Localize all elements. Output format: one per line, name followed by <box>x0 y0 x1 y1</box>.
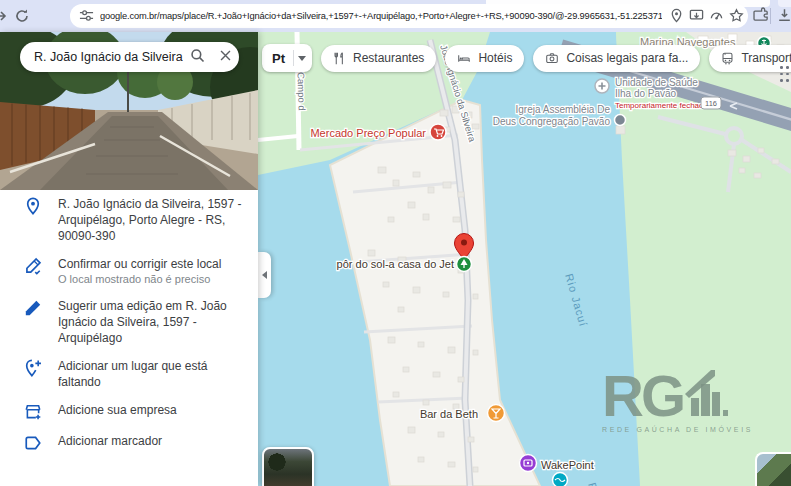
hotel-icon <box>457 52 471 65</box>
label-por-do-sol[interactable]: pôr do sol-a casa do Jet <box>337 258 454 270</box>
edit-location-icon <box>22 256 44 275</box>
bookmark-star-icon[interactable] <box>729 8 744 23</box>
restaurant-icon <box>333 52 346 65</box>
rg-watermark-text: RG <box>602 370 683 422</box>
category-label: Coisas legais para fa... <box>566 51 688 65</box>
detail-row-address[interactable]: R. João Ignácio da Silveira, 1597 - Arqu… <box>0 190 258 250</box>
label-igreja-2[interactable]: Deus Congregação Pavão <box>493 116 611 127</box>
search-box[interactable]: R. João Ignácio da Silveira, 1597 - Arq <box>20 42 239 72</box>
por-do-sol-poi-icon[interactable] <box>457 257 472 272</box>
browser-window: google.com.br/maps/place/R.+João+Ignácio… <box>0 0 791 486</box>
close-icon <box>219 49 232 62</box>
search-input[interactable]: R. João Ignácio da Silveira, 1597 - Arq <box>34 50 183 64</box>
mercado-poi-icon[interactable] <box>430 124 446 140</box>
swim-poi-icon[interactable] <box>553 473 568 486</box>
clear-search-button[interactable] <box>211 48 239 66</box>
refresh-icon[interactable] <box>14 8 30 24</box>
detail-row-add-business[interactable]: Adicione sua empresa <box>0 396 258 427</box>
detail-row-add-label[interactable]: Adicionar marcador <box>0 427 258 458</box>
layers-button-label: Pt <box>268 51 289 66</box>
map-toolbar: Pt Restaurantes Hotéis Coisas legais par… <box>262 44 791 72</box>
category-label: Restaurantes <box>353 51 424 65</box>
browser-chrome: google.com.br/maps/place/R.+João+Ignácio… <box>0 0 791 32</box>
label-wakepoint[interactable]: WakePoint <box>541 459 594 471</box>
category-things-to-do[interactable]: Coisas legais para fa... <box>533 45 700 72</box>
road-shield-116: 116 <box>701 97 721 109</box>
church-poi-icon[interactable] <box>615 115 626 126</box>
camera-icon <box>545 52 559 65</box>
category-transit[interactable]: Transporte público <box>709 45 791 72</box>
add-place-icon <box>22 358 44 377</box>
rg-watermark: RG REDE GAÚCHA DE IMÓVEIS <box>602 368 791 433</box>
site-settings-icon[interactable] <box>79 8 94 23</box>
bus-icon <box>721 52 734 65</box>
address-bar[interactable]: google.com.br/maps/place/R.+João+Ignácio… <box>70 4 748 28</box>
install-app-icon[interactable] <box>689 8 704 23</box>
label-mercado[interactable]: Mercado Preço Popular <box>310 127 426 139</box>
category-label: Hotéis <box>478 51 512 65</box>
detail-row-suggest-edit[interactable]: Sugerir uma edição em R. João Ignácio da… <box>0 292 258 352</box>
label-igreja-1[interactable]: Igreja Assembléia De <box>516 104 611 115</box>
pencil-icon <box>22 298 44 317</box>
url-text[interactable]: google.com.br/maps/place/R.+João+Ignácio… <box>100 10 662 24</box>
new-tab-sliver[interactable] <box>778 0 791 7</box>
health-unit-poi-icon[interactable] <box>595 79 609 93</box>
label-unidade-status: Temporariamente fechado <box>615 101 708 110</box>
layers-button[interactable]: Pt <box>262 44 312 72</box>
label-bar-da-beth[interactable]: Bar da Beth <box>420 408 478 420</box>
wakepoint-poi-icon[interactable] <box>520 455 537 472</box>
corner-photo-thumbnail[interactable] <box>755 452 791 486</box>
category-label: Transporte público <box>741 51 791 65</box>
place-details-list: R. João Ignácio da Silveira, 1597 - Arqu… <box>0 190 258 458</box>
rg-building-icon <box>685 368 729 422</box>
streetview-photo[interactable]: R. João Ignácio da Silveira, 1597 - Arq <box>0 32 258 190</box>
label-unidade-1[interactable]: Unidade de Saúde <box>615 77 698 88</box>
category-restaurants[interactable]: Restaurantes <box>321 45 436 72</box>
chevron-left-icon <box>262 271 267 279</box>
downloads-icon[interactable] <box>776 7 791 24</box>
search-button[interactable] <box>183 48 211 67</box>
divider <box>293 50 294 66</box>
rg-watermark-tagline: REDE GAÚCHA DE IMÓVEIS <box>602 426 791 433</box>
drag-dots-icon[interactable] <box>780 66 789 82</box>
extensions-icon[interactable] <box>752 7 769 24</box>
chrome-divider <box>770 8 771 24</box>
streetview-thumbnail[interactable] <box>262 447 314 486</box>
location-pin-icon[interactable] <box>669 8 684 23</box>
category-hotels[interactable]: Hotéis <box>445 45 524 72</box>
place-panel: R. João Ignácio da Silveira, 1597 - Arq … <box>0 32 258 486</box>
collapse-panel-button[interactable] <box>258 252 271 298</box>
bar-poi-icon[interactable] <box>488 405 505 422</box>
performance-gauge-icon[interactable] <box>709 8 724 23</box>
detail-row-add-missing-place[interactable]: Adicionar um lugar que está faltando <box>0 352 258 396</box>
label-unidade-2[interactable]: Ilha do Pavão <box>615 88 677 99</box>
search-icon <box>190 48 205 63</box>
location-pin-icon <box>22 196 44 215</box>
forward-arrow-icon[interactable] <box>0 8 9 24</box>
svg-text:116: 116 <box>705 99 717 108</box>
detail-row-confirm-location[interactable]: Confirmar ou corrigir este local O local… <box>0 250 258 292</box>
label-tag-icon <box>22 433 44 452</box>
chevron-down-icon <box>298 56 306 61</box>
storefront-icon <box>22 402 44 421</box>
